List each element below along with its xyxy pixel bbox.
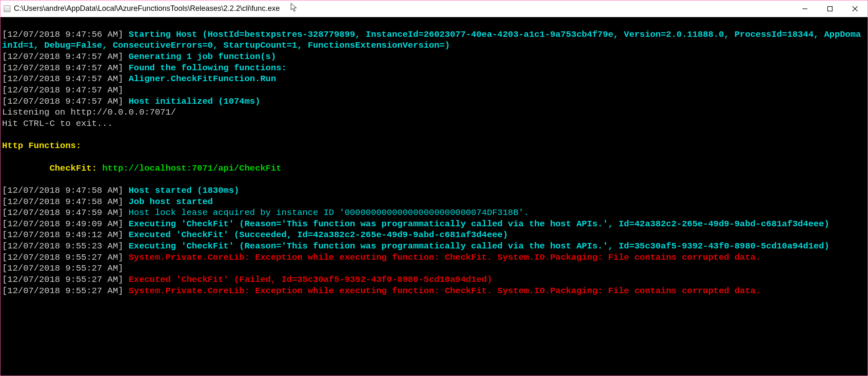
log-timestamp: [12/07/2018 9:47:58 AM]	[2, 186, 123, 195]
log-message: Found the following functions:	[123, 63, 287, 73]
log-message: Executing 'CheckFit' (Reason='This funct…	[123, 241, 830, 251]
log-message: Host started (1830ms)	[123, 186, 239, 195]
console-output[interactable]: [12/07/2018 9:47:56 AM] Starting Host (H…	[0, 17, 868, 376]
window-title: C:\Users\andre\AppData\Local\AzureFuncti…	[14, 4, 792, 13]
log-message: Host initialized (1074ms)	[123, 97, 260, 106]
log-timestamp: [12/07/2018 9:47:59 AM]	[2, 208, 123, 217]
log-timestamp: [12/07/2018 9:55:27 AM]	[2, 253, 123, 262]
console-window: C:\Users\andre\AppData\Local\AzureFuncti…	[0, 0, 868, 376]
log-error: System.Private.CoreLib: Exception while …	[123, 286, 761, 296]
log-timestamp: [12/07/2018 9:47:57 AM]	[2, 63, 123, 73]
log-message: Aligner.CheckFitFunction.Run	[123, 74, 276, 84]
log-message: Host lock lease acquired by instance ID …	[123, 208, 529, 217]
app-icon	[4, 5, 10, 12]
http-functions-header: Http Functions:	[2, 141, 81, 151]
log-line: Listening on http://0.0.0.0:7071/	[2, 107, 176, 117]
close-button[interactable]	[842, 0, 868, 17]
titlebar[interactable]: C:\Users\andre\AppData\Local\AzureFuncti…	[0, 0, 868, 17]
function-url: http://localhost:7071/api/CheckFit	[102, 164, 281, 173]
log-timestamp: [12/07/2018 9:55:27 AM]	[2, 263, 123, 273]
log-message: Executed 'CheckFit' (Succeeded, Id=42a38…	[123, 230, 508, 240]
maximize-button[interactable]	[817, 0, 842, 17]
window-controls	[792, 0, 868, 17]
log-timestamp: [12/07/2018 9:55:27 AM]	[2, 275, 123, 284]
log-timestamp: [12/07/2018 9:47:57 AM]	[2, 97, 123, 106]
log-line: Hit CTRL-C to exit...	[2, 119, 113, 128]
log-message: Executing 'CheckFit' (Reason='This funct…	[123, 219, 830, 229]
log-error: Executed 'CheckFit' (Failed, Id=35c30af5…	[123, 275, 492, 284]
minimize-button[interactable]	[792, 0, 817, 17]
log-message: Generating 1 job function(s)	[123, 52, 276, 61]
log-error: System.Private.CoreLib: Exception while …	[123, 253, 761, 262]
log-message: Starting Host (HostId=bestxpstres-328779…	[2, 30, 861, 51]
log-message: Job host started	[123, 197, 213, 207]
minimize-icon	[802, 6, 808, 12]
close-icon	[852, 6, 858, 12]
log-timestamp: [12/07/2018 9:49:09 AM]	[2, 219, 123, 229]
log-timestamp: [12/07/2018 9:47:57 AM]	[2, 52, 123, 61]
function-name: CheckFit:	[49, 164, 102, 173]
log-timestamp: [12/07/2018 9:49:12 AM]	[2, 230, 123, 240]
maximize-icon	[827, 6, 833, 12]
log-timestamp: [12/07/2018 9:55:27 AM]	[2, 286, 123, 296]
svg-rect-1	[828, 6, 832, 11]
log-timestamp: [12/07/2018 9:47:56 AM]	[2, 30, 123, 39]
log-timestamp: [12/07/2018 9:47:58 AM]	[2, 197, 123, 207]
log-timestamp: [12/07/2018 9:55:23 AM]	[2, 241, 123, 251]
log-timestamp: [12/07/2018 9:47:57 AM]	[2, 74, 123, 84]
log-timestamp: [12/07/2018 9:47:57 AM]	[2, 85, 123, 95]
